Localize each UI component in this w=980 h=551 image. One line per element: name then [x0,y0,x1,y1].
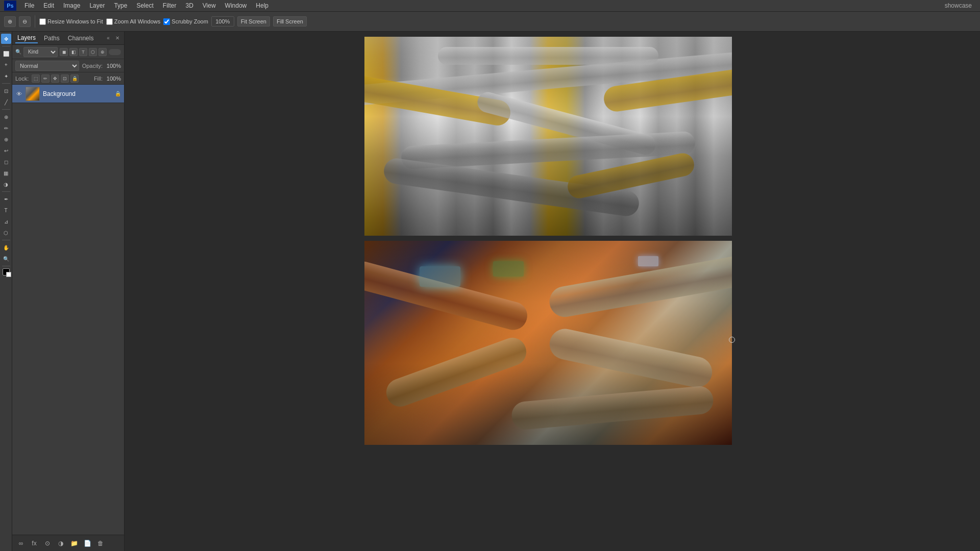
lock-artboard-icon[interactable]: ⊡ [61,74,69,83]
zoom-out-button[interactable]: ⊖ [19,16,31,27]
menu-bar: Ps File Edit Image Layer Type Select Fil… [0,0,980,11]
menu-help[interactable]: Help [252,1,273,10]
left-toolbar: ✥ ⬜ ⌖ ✦ ⊡ ╱ ⊕ ✏ ⊕ ↩ ◻ ▦ ◑ ✒ T ⊿ ⬡ ✋ 🔍 [0,32,12,551]
panels-area: Layers Paths Channels « ✕ 🔍 Kind ◼ ◧ T ⬡… [12,32,125,551]
menu-layer[interactable]: Layer [85,1,109,10]
lock-transparent-icon[interactable]: ⬚ [32,74,40,83]
canvas-scroll[interactable] [125,32,972,551]
options-bar: ⊕ ⊖ Resize Windows to Fit Zoom All Windo… [0,11,980,32]
fill-screen-button[interactable]: Fill Screen [273,16,307,27]
zoom-level-display: 100% [211,16,234,27]
kind-filter-select[interactable]: Kind [23,47,58,57]
toolbar-separator [35,15,35,28]
tool-separator-6 [2,266,10,266]
type-tool[interactable]: T [1,205,11,215]
path-selection-tool[interactable]: ⊿ [1,216,11,227]
heal-tool[interactable]: ⊕ [1,112,11,122]
menu-window[interactable]: Window [221,1,251,10]
tab-layers[interactable]: Layers [15,33,38,43]
tool-separator-5 [2,240,10,240]
menu-select[interactable]: Select [132,1,157,10]
zoom-all-windows-checkbox[interactable]: Zoom All Windows [106,18,160,25]
new-adjustment-icon[interactable]: ◑ [56,539,65,548]
panel-close-button[interactable]: ✕ [114,35,121,42]
new-group-icon[interactable]: 📁 [69,539,79,548]
lasso-tool[interactable]: ⌖ [1,60,11,70]
filter-icons: ◼ ◧ T ⬡ ⊕ [60,48,107,56]
filter-adjust-icon[interactable]: ◧ [69,48,78,56]
fill-label: Fill: [94,76,103,82]
panel-tabs: Layers Paths Channels « ✕ [12,32,124,45]
menu-type[interactable]: Type [110,1,131,10]
menu-file[interactable]: File [20,1,38,10]
blend-mode-select[interactable]: Normal [15,61,79,71]
lock-position-icon[interactable]: ✥ [51,74,59,83]
tool-separator-4 [2,191,10,192]
menu-filter[interactable]: Filter [159,1,181,10]
delete-layer-icon[interactable]: 🗑 [96,539,105,548]
move-tool[interactable]: ✥ [1,34,11,44]
layer-lock-icon: 🔒 [115,91,121,96]
zoom-tool[interactable]: 🔍 [1,254,11,264]
layer-filter-row: 🔍 Kind ◼ ◧ T ⬡ ⊕ [12,45,124,59]
pipes-image-bottom [364,241,732,445]
image-frame-top [364,37,732,236]
menu-image[interactable]: Image [59,1,84,10]
dodge-tool[interactable]: ◑ [1,179,11,189]
pen-tool[interactable]: ✒ [1,194,11,204]
tab-paths[interactable]: Paths [42,34,62,43]
main-area: ✥ ⬜ ⌖ ✦ ⊡ ╱ ⊕ ✏ ⊕ ↩ ◻ ▦ ◑ ✒ T ⊿ ⬡ ✋ 🔍 La… [0,32,980,551]
pipes-image-top [364,37,732,236]
fx-icon[interactable]: fx [30,539,39,548]
clone-tool[interactable]: ⊕ [1,134,11,144]
lock-all-icon[interactable]: 🔒 [70,74,79,83]
fit-screen-button[interactable]: Fit Screen [237,16,270,27]
lock-pixels-icon[interactable]: ✏ [41,74,50,83]
layer-name: Background [43,90,112,97]
resize-windows-label: Resize Windows to Fit [47,18,103,24]
canvas-area [125,32,972,551]
eraser-tool[interactable]: ◻ [1,157,11,167]
tool-separator-3 [2,109,10,110]
zoom-in-button[interactable]: ⊕ [4,16,16,27]
search-icon: 🔍 [15,49,21,55]
magic-wand-tool[interactable]: ✦ [1,71,11,81]
right-panel-area [972,32,980,551]
add-mask-icon[interactable]: ⊙ [43,539,52,548]
crop-tool[interactable]: ⊡ [1,86,11,96]
menu-edit[interactable]: Edit [39,1,58,10]
gradient-tool[interactable]: ▦ [1,168,11,178]
history-brush-tool[interactable]: ↩ [1,145,11,156]
new-layer-icon[interactable]: 📄 [83,539,92,548]
shape-tool[interactable]: ⬡ [1,228,11,238]
app-logo: Ps [4,1,16,11]
filter-type-icon[interactable]: T [79,48,87,56]
lock-row: Lock: ⬚ ✏ ✥ ⊡ 🔒 Fill: 100% [12,72,124,85]
eyedropper-tool[interactable]: ╱ [1,97,11,107]
layer-panel-footer: ∞ fx ⊙ ◑ 📁 📄 🗑 [12,535,124,551]
layer-empty-area [12,103,124,535]
marquee-tool[interactable]: ⬜ [1,48,11,59]
blend-mode-row: Normal Opacity: 100% [12,59,124,72]
menu-3d[interactable]: 3D [181,1,197,10]
foreground-color[interactable] [3,268,10,276]
scrubby-zoom-label: Scrubby Zoom [172,18,208,24]
menu-view[interactable]: View [199,1,220,10]
image-frame-bottom [364,241,732,445]
lock-label: Lock: [15,76,29,82]
tab-channels[interactable]: Channels [66,34,96,43]
filter-pixel-icon[interactable]: ◼ [60,48,68,56]
layer-visibility-icon[interactable]: 👁 [15,90,22,97]
panel-collapse-button[interactable]: « [105,35,112,42]
filter-smart-icon[interactable]: ⊕ [99,48,107,56]
layer-thumbnail [26,87,40,101]
resize-windows-checkbox[interactable]: Resize Windows to Fit [39,18,103,25]
scrubby-zoom-checkbox[interactable]: Scrubby Zoom [163,18,208,25]
brush-tool[interactable]: ✏ [1,123,11,133]
filter-shape-icon[interactable]: ⬡ [89,48,97,56]
workspace-name: showcase [941,1,976,10]
layer-background[interactable]: 👁 Background 🔒 [12,85,124,103]
filter-toggle[interactable] [109,49,121,55]
link-layers-icon[interactable]: ∞ [16,539,26,548]
hand-tool[interactable]: ✋ [1,242,11,253]
